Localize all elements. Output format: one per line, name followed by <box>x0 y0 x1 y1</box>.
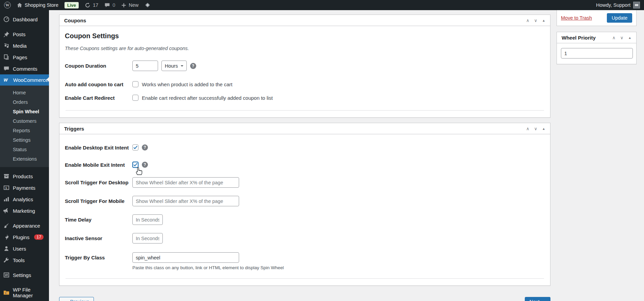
update-count: 17 <box>93 2 98 8</box>
wheel-priority-input[interactable] <box>561 48 633 59</box>
coupon-duration-input[interactable] <box>132 61 158 71</box>
publish-box: Move to Trash Update <box>557 10 637 26</box>
next-button[interactable]: Next → <box>525 297 550 301</box>
pin-icon <box>3 31 9 37</box>
move-up-icon[interactable]: ∧ <box>526 126 530 131</box>
mobile-exit-checkbox[interactable] <box>132 162 138 168</box>
auto-add-coupon-checkbox[interactable] <box>132 81 138 87</box>
comments-icon <box>3 66 9 72</box>
folder-icon: W <box>3 290 9 296</box>
submenu-item-reports[interactable]: Reports <box>0 126 49 135</box>
pages-icon <box>3 54 9 60</box>
wheel-priority-panel: Wheel Priority ∧ ∨ ▲ <box>557 32 637 64</box>
sidebar-item-appearance[interactable]: Appearance <box>0 220 49 231</box>
trigger-class-input[interactable] <box>132 252 239 263</box>
trigger-class-row: Trigger By Class Paste this class on any… <box>65 252 545 270</box>
submenu-item-customers[interactable]: Customers <box>0 116 49 126</box>
wordpress-logo-icon[interactable]: W <box>4 2 11 8</box>
litespeed-diamond-icon <box>145 2 151 8</box>
move-up-icon[interactable]: ∧ <box>526 18 530 23</box>
move-down-icon[interactable]: ∨ <box>534 126 538 131</box>
move-up-icon[interactable]: ∧ <box>612 35 616 40</box>
submenu-item-extensions[interactable]: Extensions <box>0 154 49 164</box>
sidebar-item-settings[interactable]: Settings <box>0 269 49 281</box>
wrench-icon <box>3 257 9 263</box>
site-name-menu[interactable]: Shopping Store <box>17 2 58 8</box>
divider <box>66 278 544 279</box>
sidebar-item-media[interactable]: Media <box>0 40 49 51</box>
sidebar-item-woocommerce[interactable]: W WooCommerce <box>0 74 49 86</box>
move-down-icon[interactable]: ∨ <box>534 18 538 23</box>
wheel-priority-header[interactable]: Wheel Priority ∧ ∨ ▲ <box>557 32 636 43</box>
submenu-item-home[interactable]: Home <box>0 88 49 97</box>
sidebar-item-plugins[interactable]: Plugins 17 <box>0 231 49 243</box>
sidebar-item-payments[interactable]: $ Payments <box>0 182 49 193</box>
products-icon <box>3 173 9 179</box>
coupons-panel-header[interactable]: Coupons ∧ ∨ ▲ <box>59 15 550 26</box>
sidebar-item-wp-file-manager[interactable]: W WP File Manager <box>0 284 49 301</box>
analytics-icon <box>3 196 9 202</box>
update-button[interactable]: Update <box>607 13 632 23</box>
cart-redirect-label: Enable Cart Redirect <box>65 95 132 101</box>
sidebar-item-comments[interactable]: Comments <box>0 63 49 74</box>
current-menu-arrow <box>47 77 49 82</box>
svg-text:$: $ <box>5 186 7 190</box>
sidebar-item-users[interactable]: Users <box>0 243 49 254</box>
media-icon <box>3 43 9 49</box>
previous-button[interactable]: ← Previous <box>59 297 94 301</box>
scroll-desktop-row: Scroll Trigger For Desktop <box>65 177 545 188</box>
sidebar-item-marketing[interactable]: Marketing <box>0 205 49 216</box>
updates-menu[interactable]: 17 <box>85 2 98 8</box>
triggers-panel: Triggers ∧ ∨ ▲ Enable Desktop Exit Inten… <box>59 123 550 286</box>
cart-redirect-text: Enable cart redirect after successfully … <box>142 95 273 101</box>
toggle-panel-icon[interactable]: ▲ <box>542 19 545 22</box>
inactive-sensor-input[interactable] <box>132 233 163 244</box>
submenu-item-status[interactable]: Status <box>0 145 49 154</box>
woocommerce-icon: W <box>3 77 10 83</box>
coupon-duration-unit-select[interactable]: Hours <box>161 61 187 71</box>
coupon-duration-label: Coupon Duration <box>65 63 132 69</box>
side-column: Move to Trash Update Wheel Priority ∧ ∨ … <box>557 10 637 64</box>
move-to-trash-link[interactable]: Move to Trash <box>561 15 592 21</box>
scroll-mobile-input[interactable] <box>132 196 239 206</box>
toggle-panel-icon[interactable]: ▲ <box>542 127 545 131</box>
coupon-settings-heading: Coupon Settings <box>65 32 545 40</box>
sidebar-item-analytics[interactable]: Analytics <box>0 193 49 205</box>
comments-menu[interactable]: 0 <box>104 2 115 8</box>
howdy-text[interactable]: Howdy, Support <box>596 2 630 8</box>
sidebar-item-tools[interactable]: Tools <box>0 254 49 266</box>
toggle-panel-icon[interactable]: ▲ <box>628 36 632 40</box>
scroll-desktop-label: Scroll Trigger For Desktop <box>65 180 132 185</box>
scroll-desktop-input[interactable] <box>132 177 239 188</box>
sidebar-item-products[interactable]: Products <box>0 170 49 182</box>
time-delay-row: Time Delay <box>65 214 545 225</box>
brush-icon <box>3 223 9 229</box>
sidebar-item-pages[interactable]: Pages <box>0 51 49 63</box>
move-down-icon[interactable]: ∨ <box>620 35 624 40</box>
user-icon <box>3 246 9 252</box>
triggers-panel-header[interactable]: Triggers ∧ ∨ ▲ <box>59 123 550 134</box>
svg-text:W: W <box>5 292 8 294</box>
woocommerce-submenu: Home Orders Spin Wheel Customers Reports… <box>0 86 49 167</box>
new-menu[interactable]: New <box>121 2 138 8</box>
submenu-item-settings[interactable]: Settings <box>0 135 49 145</box>
desktop-exit-checkbox[interactable] <box>132 144 138 150</box>
mobile-exit-label: Enable Mobile Exit Intent <box>65 162 132 168</box>
time-delay-input[interactable] <box>132 214 163 225</box>
trigger-class-label: Trigger By Class <box>65 252 132 260</box>
submenu-item-orders[interactable]: Orders <box>0 97 49 107</box>
desktop-exit-row: Enable Desktop Exit Intent ? <box>65 144 545 150</box>
avatar[interactable] <box>633 2 640 8</box>
help-icon[interactable]: ? <box>142 144 148 150</box>
new-label: New <box>129 2 138 8</box>
help-icon[interactable]: ? <box>190 63 196 69</box>
cart-redirect-checkbox[interactable] <box>132 95 138 101</box>
sidebar-item-dashboard[interactable]: Dashboard <box>0 14 49 25</box>
help-icon[interactable]: ? <box>142 162 148 168</box>
scroll-mobile-label: Scroll Trigger For Mobile <box>65 198 132 204</box>
admin-sidebar: Dashboard Posts Media Pages Comments W W… <box>0 10 49 301</box>
sidebar-item-posts[interactable]: Posts <box>0 28 49 40</box>
coupons-panel: Coupons ∧ ∨ ▲ Coupon Settings These Coup… <box>59 15 550 118</box>
submenu-item-spin-wheel[interactable]: Spin Wheel <box>0 107 49 116</box>
litespeed-adminbar-menu[interactable] <box>145 2 151 8</box>
